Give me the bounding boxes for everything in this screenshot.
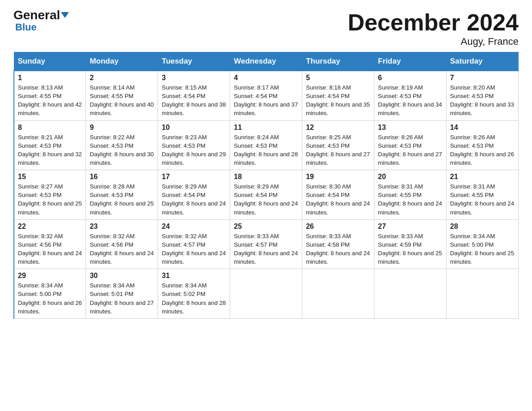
day-number: 28 xyxy=(450,223,515,231)
day-info: Sunrise: 8:32 AMSunset: 4:56 PMDaylight:… xyxy=(18,232,82,266)
logo: General Blue xyxy=(13,9,69,33)
day-info: Sunrise: 8:33 AMSunset: 4:57 PMDaylight:… xyxy=(234,232,298,266)
day-number: 25 xyxy=(234,223,298,231)
day-number: 21 xyxy=(450,173,515,181)
day-number: 16 xyxy=(90,173,154,181)
day-info: Sunrise: 8:27 AMSunset: 4:53 PMDaylight:… xyxy=(18,182,82,217)
day-number: 29 xyxy=(18,272,82,280)
calendar-cell: 27Sunrise: 8:33 AMSunset: 4:59 PMDayligh… xyxy=(374,219,446,269)
day-info: Sunrise: 8:29 AMSunset: 4:54 PMDaylight:… xyxy=(162,182,226,217)
calendar-cell: 24Sunrise: 8:32 AMSunset: 4:57 PMDayligh… xyxy=(158,219,230,269)
day-info: Sunrise: 8:31 AMSunset: 4:55 PMDaylight:… xyxy=(450,182,515,217)
calendar-week-row: 22Sunrise: 8:32 AMSunset: 4:56 PMDayligh… xyxy=(14,219,519,269)
day-number: 4 xyxy=(234,74,298,82)
calendar-cell: 20Sunrise: 8:31 AMSunset: 4:55 PMDayligh… xyxy=(374,170,446,220)
calendar-cell: 18Sunrise: 8:29 AMSunset: 4:54 PMDayligh… xyxy=(230,170,302,220)
calendar-cell: 17Sunrise: 8:29 AMSunset: 4:54 PMDayligh… xyxy=(158,170,230,220)
logo-blue-text: Blue xyxy=(15,21,37,33)
day-info: Sunrise: 8:13 AMSunset: 4:55 PMDaylight:… xyxy=(18,83,82,118)
col-header-tuesday: Tuesday xyxy=(158,52,230,71)
calendar-cell xyxy=(230,269,302,319)
day-number: 9 xyxy=(90,124,154,132)
day-info: Sunrise: 8:34 AMSunset: 5:00 PMDaylight:… xyxy=(450,232,515,266)
day-info: Sunrise: 8:29 AMSunset: 4:54 PMDaylight:… xyxy=(234,182,298,217)
calendar-cell: 10Sunrise: 8:23 AMSunset: 4:53 PMDayligh… xyxy=(158,120,230,170)
day-info: Sunrise: 8:21 AMSunset: 4:53 PMDaylight:… xyxy=(18,133,82,167)
day-info: Sunrise: 8:26 AMSunset: 4:53 PMDaylight:… xyxy=(378,133,442,167)
calendar-cell: 21Sunrise: 8:31 AMSunset: 4:55 PMDayligh… xyxy=(446,170,519,220)
day-info: Sunrise: 8:22 AMSunset: 4:53 PMDaylight:… xyxy=(90,133,154,167)
day-info: Sunrise: 8:20 AMSunset: 4:53 PMDaylight:… xyxy=(450,83,515,118)
day-info: Sunrise: 8:32 AMSunset: 4:57 PMDaylight:… xyxy=(162,232,226,266)
col-header-sunday: Sunday xyxy=(14,52,86,71)
col-header-friday: Friday xyxy=(374,52,446,71)
calendar-cell xyxy=(302,269,374,319)
day-number: 10 xyxy=(162,124,226,132)
day-number: 20 xyxy=(378,173,442,181)
month-title: December 2024 xyxy=(348,9,519,36)
day-info: Sunrise: 8:14 AMSunset: 4:55 PMDaylight:… xyxy=(90,83,154,118)
day-number: 24 xyxy=(162,223,226,231)
day-info: Sunrise: 8:33 AMSunset: 4:59 PMDaylight:… xyxy=(378,232,442,266)
calendar-cell: 28Sunrise: 8:34 AMSunset: 5:00 PMDayligh… xyxy=(446,219,519,269)
col-header-saturday: Saturday xyxy=(446,52,519,71)
calendar-cell xyxy=(446,269,519,319)
calendar-week-row: 15Sunrise: 8:27 AMSunset: 4:53 PMDayligh… xyxy=(14,170,519,220)
day-number: 2 xyxy=(90,74,154,82)
calendar-cell: 29Sunrise: 8:34 AMSunset: 5:00 PMDayligh… xyxy=(14,269,86,319)
calendar-week-row: 1Sunrise: 8:13 AMSunset: 4:55 PMDaylight… xyxy=(14,71,519,120)
day-number: 30 xyxy=(90,272,154,280)
logo-general-text: General xyxy=(13,9,69,21)
day-info: Sunrise: 8:23 AMSunset: 4:53 PMDaylight:… xyxy=(162,133,226,167)
day-number: 18 xyxy=(234,173,298,181)
day-info: Sunrise: 8:33 AMSunset: 4:58 PMDaylight:… xyxy=(306,232,370,266)
day-info: Sunrise: 8:26 AMSunset: 4:53 PMDaylight:… xyxy=(450,133,515,167)
calendar-cell: 4Sunrise: 8:17 AMSunset: 4:54 PMDaylight… xyxy=(230,71,302,120)
day-number: 5 xyxy=(306,74,370,82)
calendar-cell: 22Sunrise: 8:32 AMSunset: 4:56 PMDayligh… xyxy=(14,219,86,269)
col-header-wednesday: Wednesday xyxy=(230,52,302,71)
calendar-cell: 14Sunrise: 8:26 AMSunset: 4:53 PMDayligh… xyxy=(446,120,519,170)
day-info: Sunrise: 8:25 AMSunset: 4:53 PMDaylight:… xyxy=(306,133,370,167)
day-info: Sunrise: 8:15 AMSunset: 4:54 PMDaylight:… xyxy=(162,83,226,118)
day-number: 12 xyxy=(306,124,370,132)
calendar-cell: 2Sunrise: 8:14 AMSunset: 4:55 PMDaylight… xyxy=(86,71,158,120)
day-number: 22 xyxy=(18,223,82,231)
calendar-cell: 9Sunrise: 8:22 AMSunset: 4:53 PMDaylight… xyxy=(86,120,158,170)
day-info: Sunrise: 8:18 AMSunset: 4:54 PMDaylight:… xyxy=(306,83,370,118)
day-number: 17 xyxy=(162,173,226,181)
day-number: 7 xyxy=(450,74,515,82)
day-number: 31 xyxy=(162,272,226,280)
calendar-cell: 6Sunrise: 8:19 AMSunset: 4:53 PMDaylight… xyxy=(374,71,446,120)
calendar-cell: 8Sunrise: 8:21 AMSunset: 4:53 PMDaylight… xyxy=(14,120,86,170)
title-block: December 2024 Augy, France xyxy=(348,9,519,47)
calendar-cell: 19Sunrise: 8:30 AMSunset: 4:54 PMDayligh… xyxy=(302,170,374,220)
day-number: 26 xyxy=(306,223,370,231)
calendar-cell: 5Sunrise: 8:18 AMSunset: 4:54 PMDaylight… xyxy=(302,71,374,120)
calendar-week-row: 8Sunrise: 8:21 AMSunset: 4:53 PMDaylight… xyxy=(14,120,519,170)
calendar-cell: 7Sunrise: 8:20 AMSunset: 4:53 PMDaylight… xyxy=(446,71,519,120)
calendar-cell: 11Sunrise: 8:24 AMSunset: 4:53 PMDayligh… xyxy=(230,120,302,170)
day-number: 27 xyxy=(378,223,442,231)
day-number: 23 xyxy=(90,223,154,231)
day-number: 1 xyxy=(18,74,82,82)
day-info: Sunrise: 8:32 AMSunset: 4:56 PMDaylight:… xyxy=(90,232,154,266)
col-header-thursday: Thursday xyxy=(302,52,374,71)
calendar-cell: 23Sunrise: 8:32 AMSunset: 4:56 PMDayligh… xyxy=(86,219,158,269)
day-info: Sunrise: 8:34 AMSunset: 5:00 PMDaylight:… xyxy=(18,281,82,316)
calendar-cell: 13Sunrise: 8:26 AMSunset: 4:53 PMDayligh… xyxy=(374,120,446,170)
day-info: Sunrise: 8:19 AMSunset: 4:53 PMDaylight:… xyxy=(378,83,442,118)
day-number: 13 xyxy=(378,124,442,132)
day-number: 11 xyxy=(234,124,298,132)
logo-triangle-icon xyxy=(61,12,69,18)
col-header-monday: Monday xyxy=(86,52,158,71)
day-info: Sunrise: 8:30 AMSunset: 4:54 PMDaylight:… xyxy=(306,182,370,217)
day-info: Sunrise: 8:28 AMSunset: 4:53 PMDaylight:… xyxy=(90,182,154,217)
day-number: 14 xyxy=(450,124,515,132)
page-header: General Blue December 2024 Augy, France xyxy=(13,9,519,47)
day-number: 3 xyxy=(162,74,226,82)
calendar-cell: 30Sunrise: 8:34 AMSunset: 5:01 PMDayligh… xyxy=(86,269,158,319)
calendar-cell xyxy=(374,269,446,319)
calendar-cell: 12Sunrise: 8:25 AMSunset: 4:53 PMDayligh… xyxy=(302,120,374,170)
day-info: Sunrise: 8:34 AMSunset: 5:02 PMDaylight:… xyxy=(162,281,226,316)
